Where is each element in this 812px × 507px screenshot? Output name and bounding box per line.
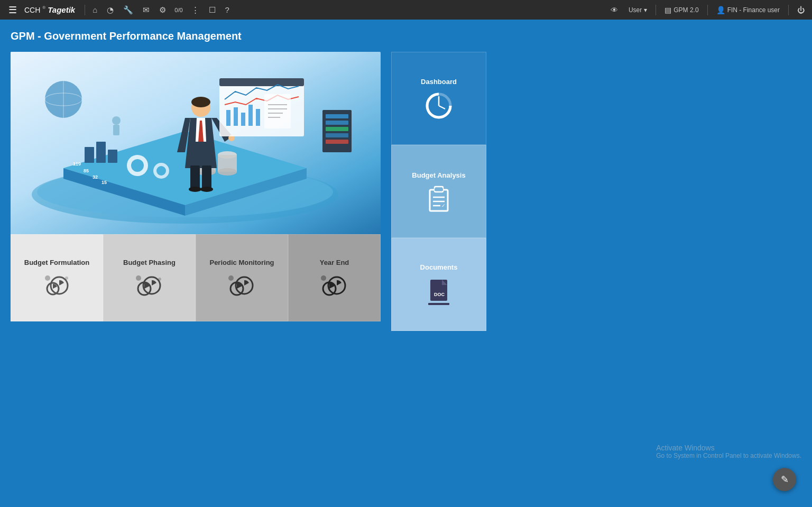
fin-user-info[interactable]: 👤 FIN - Finance user xyxy=(713,5,783,15)
mail-icon[interactable]: ✉ xyxy=(140,4,153,16)
user-label: User xyxy=(629,6,642,14)
gpm-info[interactable]: ▤ GPM 2.0 xyxy=(661,5,702,15)
budget-phasing-tile[interactable]: Budget Phasing xyxy=(103,234,196,321)
svg-text:DOC: DOC xyxy=(434,292,445,297)
svg-rect-47 xyxy=(326,114,348,118)
documents-tile[interactable]: Documents DOC xyxy=(391,238,486,331)
wrench-icon[interactable]: 🔧 xyxy=(120,4,136,16)
svg-rect-7 xyxy=(96,142,106,163)
home-icon[interactable]: ⌂ xyxy=(89,4,100,15)
main-layout: 119 85 32 15 Budget Formulation xyxy=(11,52,801,331)
page-content: GPM - Government Performance Management xyxy=(0,20,812,507)
svg-point-29 xyxy=(189,187,201,192)
user-dropdown-icon: ▾ xyxy=(644,6,647,14)
svg-point-20 xyxy=(191,97,210,107)
help-icon[interactable]: ? xyxy=(222,4,233,15)
gpm-icon: ▤ xyxy=(665,6,671,14)
year-end-label: Year End xyxy=(320,259,349,266)
svg-point-52 xyxy=(112,116,121,125)
history-icon[interactable]: ◔ xyxy=(104,4,117,16)
task-badge: 0/0 xyxy=(172,6,184,14)
svg-point-30 xyxy=(200,187,213,192)
svg-point-65 xyxy=(158,278,161,281)
nav-separator-4 xyxy=(788,5,789,15)
svg-rect-53 xyxy=(113,125,119,135)
eye-icon: 👁 xyxy=(611,6,618,14)
svg-rect-34 xyxy=(234,107,238,126)
svg-point-60 xyxy=(45,275,50,281)
nav-separator-3 xyxy=(707,5,708,15)
power-button[interactable]: ⏻ xyxy=(794,5,808,15)
svg-text:119: 119 xyxy=(73,161,81,167)
page-title: GPM - Government Performance Management xyxy=(11,30,801,42)
power-icon: ⏻ xyxy=(797,6,805,14)
fab-icon: ✎ xyxy=(781,474,789,485)
svg-rect-27 xyxy=(190,165,200,189)
fab-button[interactable]: ✎ xyxy=(773,468,796,491)
svg-rect-38 xyxy=(264,94,291,128)
svg-rect-35 xyxy=(241,113,245,126)
dashboard-icon xyxy=(425,92,453,119)
periodic-monitoring-label: Periodic Monitoring xyxy=(209,259,274,266)
dashboard-tile[interactable]: Dashboard xyxy=(391,52,486,145)
svg-point-71 xyxy=(321,275,326,281)
svg-rect-49 xyxy=(326,127,348,131)
periodic-monitoring-icon xyxy=(228,274,256,297)
right-section: Dashboard Budget Analysis xyxy=(391,52,801,331)
user-menu[interactable]: User ▾ xyxy=(625,5,650,15)
svg-text:32: 32 xyxy=(93,174,98,180)
nav-separator-1 xyxy=(85,5,85,15)
periodic-monitoring-tile[interactable]: Periodic Monitoring xyxy=(196,234,288,321)
svg-rect-51 xyxy=(326,140,348,144)
budget-analysis-label: Budget Analysis xyxy=(412,171,465,179)
year-end-tile[interactable]: Year End xyxy=(288,234,381,321)
svg-point-12 xyxy=(156,166,166,176)
documents-icon: DOC xyxy=(425,278,453,306)
svg-rect-50 xyxy=(326,133,348,137)
svg-rect-8 xyxy=(108,150,117,163)
fin-user-label: FIN - Finance user xyxy=(727,6,780,14)
svg-rect-33 xyxy=(226,110,230,126)
svg-text:15: 15 xyxy=(102,180,107,185)
gpm-label: GPM 2.0 xyxy=(673,6,698,14)
dashboard-label: Dashboard xyxy=(421,78,457,86)
user-avatar-icon: 👤 xyxy=(716,6,725,14)
budget-formulation-icon xyxy=(43,274,71,297)
svg-rect-48 xyxy=(326,121,348,125)
svg-rect-28 xyxy=(202,165,211,189)
svg-text:✓: ✓ xyxy=(441,203,446,208)
svg-point-10 xyxy=(131,159,144,172)
svg-point-68 xyxy=(228,275,234,281)
nav-separator-2 xyxy=(656,5,656,15)
svg-point-18 xyxy=(218,168,237,176)
svg-rect-79 xyxy=(435,188,443,191)
more-icon[interactable]: ⋮ xyxy=(188,4,202,16)
year-end-icon xyxy=(321,274,348,297)
budget-formulation-tile[interactable]: Budget Formulation xyxy=(11,234,103,321)
budget-analysis-icon: ✓ xyxy=(428,186,450,212)
preview-button[interactable]: 👁 xyxy=(607,5,621,15)
svg-rect-87 xyxy=(428,303,449,305)
users-config-icon[interactable]: ⚙ xyxy=(156,4,169,16)
budget-phasing-label: Budget Phasing xyxy=(123,259,176,266)
svg-point-64 xyxy=(136,275,141,281)
svg-text:85: 85 xyxy=(84,168,89,173)
svg-point-61 xyxy=(65,276,68,280)
left-section: 119 85 32 15 Budget Formulation xyxy=(11,52,381,321)
top-navigation: ☰ CCH ® Tagetik ⌂ ◔ 🔧 ✉ ⚙ 0/0 ⋮ ☐ ? 👁 Us… xyxy=(0,0,812,20)
svg-rect-32 xyxy=(219,78,304,86)
app-name-tagetik: Tagetik xyxy=(48,5,75,14)
topnav-right-section: 👁 User ▾ ▤ GPM 2.0 👤 FIN - Finance user … xyxy=(607,5,808,15)
hero-image: 119 85 32 15 xyxy=(11,52,381,234)
budget-analysis-tile[interactable]: Budget Analysis ✓ xyxy=(391,145,486,238)
app-name-cch: CCH xyxy=(24,6,40,14)
budget-formulation-label: Budget Formulation xyxy=(24,259,90,266)
document-icon[interactable]: ☐ xyxy=(206,4,219,16)
budget-phasing-icon xyxy=(136,274,163,297)
app-logo: CCH ® Tagetik xyxy=(24,5,80,14)
svg-rect-36 xyxy=(248,105,253,126)
svg-rect-6 xyxy=(85,147,94,163)
hamburger-menu[interactable]: ☰ xyxy=(4,4,21,16)
bottom-tiles-row: Budget Formulation Budget Phasing xyxy=(11,234,381,321)
documents-label: Documents xyxy=(420,263,458,271)
